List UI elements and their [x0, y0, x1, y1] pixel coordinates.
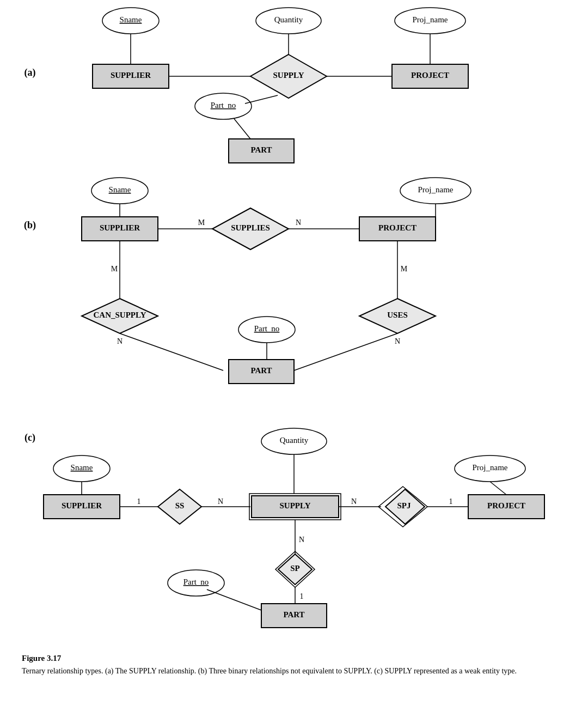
- attr-sname-a-text: Sname: [120, 15, 142, 24]
- line-cansupply-part: [120, 333, 223, 370]
- card-m-supplies: M: [198, 218, 205, 227]
- line-partno-part-c: [207, 589, 261, 610]
- card-n-sp: N: [299, 536, 304, 544]
- relation-supplies-b-text: SUPPLIES: [231, 223, 270, 232]
- attr-projname-c-text: Proj_name: [473, 463, 508, 472]
- relation-cansupply-b-text: CAN_SUPPLY: [94, 311, 146, 319]
- entity-part-b-text: PART: [250, 366, 272, 375]
- entity-supplier-a-text: SUPPLIER: [111, 71, 151, 80]
- caption-title: Figure 3.17: [22, 654, 566, 663]
- relation-sp-c-text: SP: [290, 564, 300, 573]
- line-supply-partno: [245, 95, 278, 104]
- entity-supplier-b-text: SUPPLIER: [100, 223, 140, 232]
- relation-spj-c-text: SPJ: [397, 501, 411, 510]
- card-1-ss: 1: [137, 497, 141, 506]
- attr-projname-b-text: Proj_name: [418, 185, 454, 194]
- attr-partno-c-text: Part_no: [183, 578, 209, 586]
- entity-project-c-text: PROJECT: [487, 501, 525, 510]
- entity-part-a-text: PART: [250, 145, 272, 154]
- attr-projname-a-text: Proj_name: [413, 15, 448, 24]
- caption-area: Figure 3.17 Ternary relationship types. …: [0, 648, 588, 688]
- label-c: (c): [24, 432, 35, 443]
- entity-part-c-text: PART: [283, 610, 304, 619]
- entity-project-b-text: PROJECT: [378, 223, 416, 232]
- entity-supply-c-text: SUPPLY: [280, 501, 311, 510]
- attr-quantity-c-text: Quantity: [280, 436, 309, 445]
- card-n-uses: N: [395, 337, 400, 345]
- caption-text: Ternary relationship types. (a) The SUPP…: [22, 665, 566, 677]
- attr-sname-b-text: Sname: [109, 185, 131, 194]
- card-m-uses: M: [401, 265, 408, 273]
- attr-partno-b-text: Part_no: [254, 324, 280, 333]
- card-n-supplies: N: [296, 218, 301, 227]
- label-a: (a): [24, 67, 36, 78]
- card-n-spj: N: [351, 497, 357, 506]
- card-m-cansupply: M: [111, 265, 118, 273]
- line-projname-project-c: [490, 482, 506, 495]
- line-uses-part: [294, 333, 397, 370]
- relation-supply-a-text: SUPPLY: [273, 71, 304, 80]
- relation-uses-b-text: USES: [387, 311, 408, 319]
- card-n-cansupply: N: [117, 337, 122, 345]
- label-b: (b): [24, 220, 36, 231]
- attr-partno-a-text: Part_no: [211, 101, 236, 110]
- attr-quantity-a-text: Quantity: [274, 15, 303, 24]
- attr-sname-c-text: Sname: [71, 463, 93, 472]
- entity-project-a-text: PROJECT: [411, 71, 449, 80]
- card-1-spj: 1: [449, 497, 453, 506]
- entity-supplier-c-text: SUPPLIER: [62, 501, 102, 510]
- line-partno-part: [234, 119, 250, 139]
- card-n-ss: N: [218, 497, 223, 506]
- card-1-sp: 1: [300, 592, 304, 600]
- relation-ss-c-text: SS: [175, 501, 185, 510]
